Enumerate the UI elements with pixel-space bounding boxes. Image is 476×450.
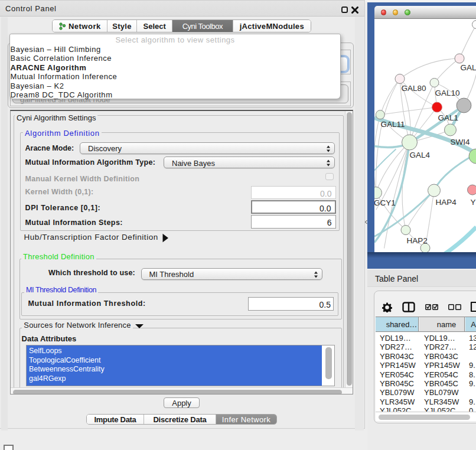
svg-text:GAL4: GAL4	[409, 151, 430, 159]
svg-text:GAL80: GAL80	[401, 84, 426, 93]
svg-text:Y: Y	[470, 197, 475, 206]
svg-text:HAP4: HAP4	[435, 197, 457, 206]
svg-text:GCY1: GCY1	[374, 198, 396, 207]
svg-text:HAP2: HAP2	[406, 236, 427, 244]
svg-text:GAL1: GAL1	[438, 113, 458, 122]
svg-text:GAL2: GAL2	[460, 63, 476, 71]
svg-text:SWI4: SWI4	[450, 137, 470, 146]
svg-text:GAL10: GAL10	[435, 88, 459, 97]
svg-text:GAL11: GAL11	[380, 120, 405, 129]
